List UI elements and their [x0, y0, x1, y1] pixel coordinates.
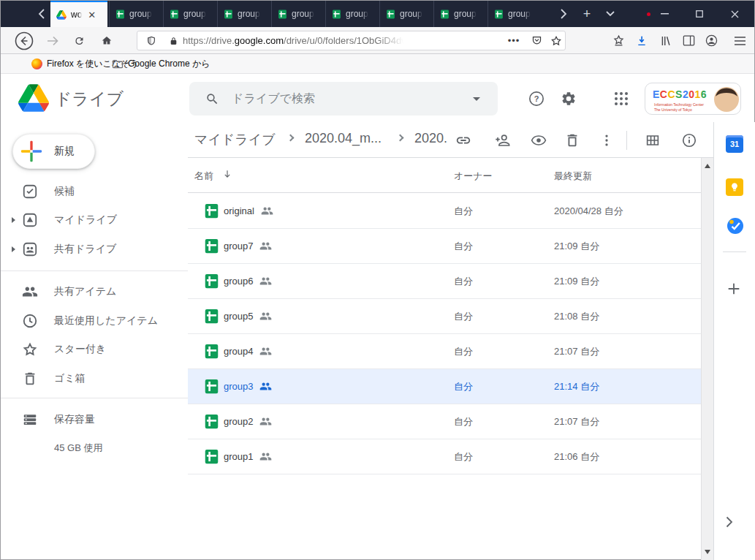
file-row[interactable]: group7 自分 21:09 自分 — [188, 229, 701, 264]
tab-active[interactable]: wo ✕ — [50, 1, 107, 27]
file-owner: 自分 — [454, 310, 473, 323]
file-modified: 21:09 自分 — [554, 275, 599, 288]
sidebar-item-priority[interactable]: 候補 — [1, 177, 176, 206]
file-row[interactable]: group1 自分 21:06 自分 — [188, 439, 701, 474]
tab-group-sheet[interactable]: group — [379, 1, 433, 27]
expand-caret-icon[interactable] — [12, 217, 15, 223]
info-icon[interactable] — [681, 132, 697, 148]
bookmarks-menu-icon[interactable] — [607, 27, 629, 54]
scroll-up-arrow-icon[interactable] — [705, 164, 710, 168]
url-bar[interactable]: https://drive.google.com/drive/u/0/folde… — [137, 31, 566, 50]
tab-scroll-left-icon[interactable] — [31, 1, 50, 27]
share-add-person-icon[interactable] — [494, 132, 510, 148]
tab-close-icon[interactable]: ✕ — [88, 10, 96, 20]
sort-descending-arrow-icon[interactable] — [222, 169, 232, 179]
column-header-owner[interactable]: オーナー — [454, 170, 493, 183]
pocket-icon[interactable] — [527, 31, 546, 50]
sheets-file-icon — [204, 309, 219, 324]
file-name: group5 — [224, 311, 253, 322]
file-name: group1 — [224, 451, 253, 462]
breadcrumb-folder-current[interactable]: 2020. — [414, 131, 447, 146]
file-row[interactable]: original 自分 2020/04/28 自分 — [188, 194, 701, 229]
tasks-icon[interactable] — [726, 216, 743, 234]
shared-people-icon — [259, 450, 272, 463]
tab-group-sheet[interactable]: group — [163, 1, 217, 27]
search-icon[interactable] — [205, 92, 219, 106]
collapse-panel-chevron-icon[interactable] — [726, 516, 743, 534]
sidebar-item-shared-drives[interactable]: 共有ドライブ — [1, 235, 176, 264]
new-button[interactable]: 新規 — [12, 134, 95, 169]
tab-group-sheet[interactable]: group — [487, 1, 542, 27]
sheets-file-icon — [204, 203, 219, 219]
grid-view-icon[interactable] — [645, 132, 661, 148]
forward-button[interactable] — [42, 27, 64, 54]
google-apps-grid-icon[interactable] — [614, 91, 629, 106]
bookmark-folder-chrome[interactable]: Google Chrome から — [109, 54, 213, 74]
bookmark-star-icon[interactable] — [547, 31, 566, 50]
keep-icon[interactable] — [726, 178, 743, 196]
get-link-icon[interactable] — [455, 132, 471, 148]
maximize-button[interactable] — [690, 1, 709, 27]
tab-group-sheet[interactable]: group — [433, 1, 487, 27]
file-row[interactable]: group6 自分 21:09 自分 — [188, 264, 701, 299]
file-row[interactable]: group2 自分 21:07 自分 — [188, 404, 701, 439]
page-actions-icon[interactable]: ••• — [504, 31, 523, 50]
search-box[interactable]: ドライブで検索 — [189, 82, 498, 116]
search-options-chevron-icon[interactable] — [473, 97, 480, 101]
tab-title: group — [129, 9, 152, 19]
account-icon[interactable] — [700, 27, 722, 54]
new-tab-button[interactable]: + — [577, 1, 596, 27]
sidebar-item-storage[interactable]: 保存容量 — [1, 405, 176, 434]
home-button[interactable] — [96, 27, 118, 54]
sidebars-icon[interactable] — [678, 27, 699, 54]
firefox-icon — [31, 58, 42, 69]
sidebar-item-my-drive[interactable]: マイドライブ — [1, 205, 176, 235]
tab-group-sheet[interactable]: group — [271, 1, 325, 27]
menu-hamburger-icon[interactable] — [729, 27, 751, 54]
storage-used-text: 45 GB 使用 — [54, 442, 102, 455]
file-row[interactable]: group5 自分 21:08 自分 — [188, 299, 701, 334]
column-header-modified[interactable]: 最終更新 — [554, 170, 592, 183]
downloads-icon[interactable] — [631, 27, 653, 54]
column-header-name[interactable]: 名前 — [194, 170, 213, 183]
get-addons-plus-icon[interactable] — [726, 281, 743, 298]
back-button[interactable] — [13, 27, 35, 54]
content-scrollbar[interactable] — [701, 158, 713, 560]
file-row[interactable]: group4 自分 21:07 自分 — [188, 334, 701, 369]
tracking-protection-shield-icon[interactable] — [142, 31, 161, 50]
tab-scroll-right-icon[interactable] — [554, 1, 573, 27]
side-panel-divider — [723, 251, 746, 252]
calendar-icon[interactable]: 31 — [726, 135, 743, 153]
breadcrumb-folder-parent[interactable]: 2020.04_m... — [305, 131, 382, 146]
scroll-down-arrow-icon[interactable] — [705, 550, 710, 554]
help-icon[interactable]: ? — [528, 91, 545, 107]
avatar[interactable] — [714, 87, 739, 112]
shared-people-icon — [259, 310, 272, 322]
file-row[interactable]: group3 自分 21:14 自分 — [188, 369, 701, 404]
sidebar-item-recent[interactable]: 最近使用したアイテム — [1, 306, 176, 336]
list-tabs-icon[interactable] — [601, 1, 620, 27]
file-modified: 21:07 自分 — [554, 415, 599, 428]
tab-group-sheet[interactable]: group — [109, 1, 163, 27]
starred-icon — [22, 341, 38, 357]
sidebar-item-trash[interactable]: ゴミ箱 — [1, 364, 176, 393]
delete-trash-icon[interactable] — [564, 132, 580, 148]
reload-button[interactable] — [68, 27, 90, 54]
minimize-button[interactable] — [655, 1, 674, 27]
tab-group-sheet[interactable]: group — [217, 1, 271, 27]
preview-eye-icon[interactable] — [531, 132, 547, 148]
sheets-file-icon — [204, 273, 219, 289]
breadcrumb-my-drive[interactable]: マイドライブ — [194, 131, 276, 148]
more-actions-icon[interactable] — [599, 132, 615, 148]
close-window-button[interactable] — [725, 1, 744, 27]
drive-logo[interactable] — [18, 84, 49, 112]
tab-group-sheet[interactable]: group — [325, 1, 379, 27]
sheets-favicon — [170, 10, 179, 19]
shared-people-icon — [259, 275, 272, 287]
account-badge[interactable]: ECCS2016 Information Technology Center T… — [645, 83, 741, 115]
sidebar-item-starred[interactable]: スター付き — [1, 335, 176, 364]
settings-gear-icon[interactable] — [561, 91, 577, 107]
library-icon[interactable] — [655, 27, 677, 54]
sidebar-item-shared-with-me[interactable]: 共有アイテム — [1, 277, 176, 306]
expand-caret-icon[interactable] — [12, 246, 15, 252]
